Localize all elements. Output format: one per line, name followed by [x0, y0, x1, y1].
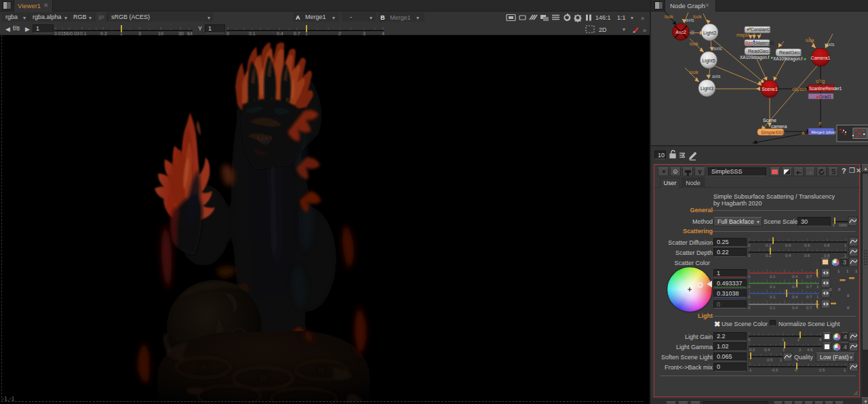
svg-text:ReadGeo1: ReadGeo1 — [748, 49, 771, 54]
svg-text:look: look — [690, 41, 698, 46]
svg-text:1: 1 — [782, 338, 785, 342]
svg-text:1: 1 — [844, 243, 847, 247]
svg-text:0: 0 — [829, 287, 832, 291]
svg-text:0: 0 — [748, 275, 751, 279]
svg-text:0.7: 0.7 — [806, 285, 812, 289]
svg-text:0: 0 — [748, 306, 751, 310]
svg-text:0.4: 0.4 — [792, 285, 798, 289]
svg-text:1000: 1000 — [839, 223, 847, 227]
svg-text:c/bg: c/bg — [816, 79, 825, 84]
svg-text:0.7: 0.7 — [806, 295, 812, 299]
svg-text:1: 1 — [844, 368, 846, 372]
svg-text:146:1: 146:1 — [595, 14, 611, 21]
svg-text:XA109dragon.f ●: XA109dragon.f ● — [740, 55, 773, 60]
svg-text:0.4: 0.4 — [785, 254, 791, 258]
svg-text:0.6: 0.6 — [804, 243, 810, 247]
svg-text:■Grad1: ■Grad1 — [816, 94, 831, 99]
svg-text:0: 0 — [748, 285, 751, 289]
svg-text:0: 0 — [748, 338, 751, 342]
svg-text:0.5: 0.5 — [767, 358, 773, 362]
svg-text:0.7: 0.7 — [806, 306, 812, 310]
svg-text:0.4: 0.4 — [785, 243, 791, 247]
svg-text:axis: axis — [826, 42, 835, 47]
svg-text:0.2: 0.2 — [749, 348, 755, 352]
svg-text:1: 1 — [816, 285, 819, 289]
svg-text:1: 1 — [855, 269, 858, 273]
svg-text:1:1: 1:1 — [617, 14, 626, 21]
svg-text:Light5: Light5 — [702, 58, 715, 64]
svg-text:ReadGeo3: ReadGeo3 — [779, 50, 802, 55]
svg-text:1: 1 — [837, 269, 840, 273]
svg-text:-1: -1 — [748, 368, 752, 372]
svg-text:0.4: 0.4 — [764, 348, 770, 352]
svg-text:look: look — [693, 14, 702, 19]
svg-text:4.5: 4.5 — [807, 348, 813, 352]
svg-text:0.1: 0.1 — [770, 275, 776, 279]
svg-text:Scene1: Scene1 — [762, 87, 778, 92]
svg-text:4: 4 — [819, 338, 822, 342]
svg-text:Scene: Scene — [763, 118, 776, 123]
svg-text:1: 1 — [780, 358, 783, 362]
svg-text:0: 0 — [748, 295, 751, 299]
svg-text:ScanlineRender1: ScanlineRender1 — [809, 86, 842, 91]
svg-text:0.8: 0.8 — [824, 243, 830, 247]
svg-text:look: look — [806, 38, 814, 43]
svg-text:0: 0 — [748, 243, 751, 247]
svg-text:obj/scn: obj/scn — [792, 87, 807, 92]
svg-text:0.4: 0.4 — [792, 306, 798, 310]
svg-text:Light3: Light3 — [701, 86, 713, 92]
svg-text:1: 1 — [816, 306, 819, 310]
svg-text:XA109dragon.f ●: XA109dragon.f ● — [773, 56, 806, 62]
svg-text:Light2: Light2 — [703, 31, 716, 36]
svg-text:0: 0 — [838, 287, 841, 291]
svg-text:Axc2: Axc2 — [675, 30, 686, 35]
svg-text:»: » — [643, 27, 646, 34]
svg-text:1: 1 — [816, 295, 819, 299]
svg-text:1: 1 — [844, 254, 847, 258]
svg-text:BasicMaterial1: BasicMaterial1 — [745, 41, 774, 45]
svg-text:SimpleSSS: SimpleSSS — [761, 130, 785, 136]
svg-text:0.7: 0.7 — [806, 275, 812, 279]
svg-text:maps: maps — [736, 33, 749, 38]
svg-text:A: A — [802, 131, 805, 136]
svg-text:■Merge1 (plus): ■Merge1 (plus) — [809, 130, 835, 134]
svg-text:camera: camera — [771, 124, 787, 129]
svg-text:-0.5: -0.5 — [771, 368, 778, 372]
svg-text:0.5: 0.5 — [819, 368, 825, 372]
svg-text:1: 1 — [846, 269, 849, 273]
svg-text:▾: ▾ — [623, 26, 625, 33]
svg-text:0.2: 0.2 — [766, 243, 772, 247]
svg-text:»: » — [641, 15, 644, 22]
svg-text:Constant2: Constant2 — [751, 27, 771, 32]
svg-text:0.1: 0.1 — [770, 295, 776, 299]
svg-text:2D: 2D — [599, 26, 607, 33]
svg-text:0: 0 — [833, 223, 835, 227]
svg-text:▾: ▾ — [631, 15, 633, 21]
svg-text:0.4: 0.4 — [792, 275, 798, 279]
svg-text:axis: axis — [686, 18, 694, 22]
svg-text:axis: axis — [713, 46, 722, 51]
svg-text:2: 2 — [799, 348, 802, 352]
svg-text:0: 0 — [847, 294, 850, 298]
svg-text:0.1: 0.1 — [770, 285, 776, 289]
svg-text:look: look — [690, 70, 698, 75]
svg-text:0.8: 0.8 — [824, 254, 830, 258]
svg-text:B: B — [818, 121, 822, 126]
svg-text:Camera1: Camera1 — [811, 56, 831, 60]
svg-text:look: look — [665, 14, 673, 19]
svg-text:0.1: 0.1 — [770, 306, 776, 310]
svg-text:0.6: 0.6 — [804, 254, 810, 258]
svg-text:0.4: 0.4 — [792, 295, 798, 299]
svg-text:0: 0 — [748, 254, 751, 258]
svg-text:0: 0 — [847, 306, 850, 310]
svg-text:0.2: 0.2 — [766, 254, 772, 258]
svg-text:axis: axis — [712, 74, 721, 79]
svg-text:1: 1 — [816, 275, 819, 279]
